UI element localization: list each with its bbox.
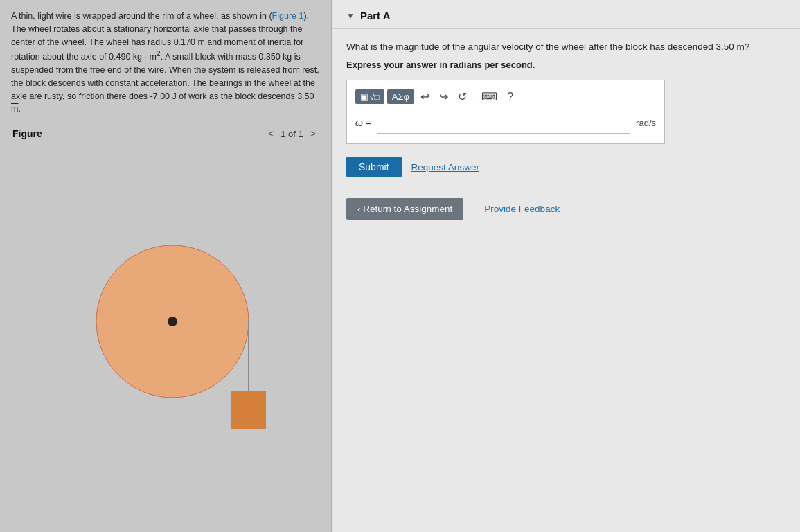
input-row: ω = rad/s xyxy=(355,112,656,134)
return-assignment-button[interactable]: ‹ Return to Assignment xyxy=(346,198,463,220)
right-panel: ▼ Part A What is the magnitude of the an… xyxy=(332,0,800,532)
matrix-button[interactable]: ▣ √□ xyxy=(355,89,384,104)
matrix-icon: ▣ xyxy=(360,91,368,102)
problem-text: A thin, light wire is wrapped around the… xyxy=(0,0,331,123)
reset-button[interactable]: ↺ xyxy=(454,89,470,105)
part-triangle-icon: ▼ xyxy=(346,11,355,21)
help-button[interactable]: ? xyxy=(504,89,517,105)
axle-dot xyxy=(168,317,177,326)
greek-button[interactable]: ΑΣφ xyxy=(387,89,414,104)
figure-title: Figure xyxy=(12,128,42,139)
radical-label: √□ xyxy=(370,92,380,102)
request-answer-button[interactable]: Request Answer xyxy=(411,162,479,172)
figure-next-button[interactable]: > xyxy=(308,127,319,141)
provide-feedback-button[interactable]: Provide Feedback xyxy=(484,204,560,214)
figure-svg xyxy=(62,231,269,439)
omega-label: ω = xyxy=(355,117,371,128)
toolbar-separator: · xyxy=(473,92,475,102)
unit-label: rad/s xyxy=(636,118,656,128)
answer-input[interactable] xyxy=(377,112,630,134)
question-text: What is the magnitude of the angular vel… xyxy=(346,40,786,54)
figure-nav: < 1 of 1 > xyxy=(265,127,319,141)
figure-prev-button[interactable]: < xyxy=(265,127,276,141)
figure-link[interactable]: Figure 1 xyxy=(272,11,304,21)
toolbar: ▣ √□ ΑΣφ ↩ ↪ ↺ · ⌨ ? xyxy=(355,89,656,105)
part-content: What is the magnitude of the angular vel… xyxy=(332,29,800,231)
part-header: ▼ Part A xyxy=(332,0,800,29)
undo-button[interactable]: ↩ xyxy=(417,89,433,105)
left-panel: A thin, light wire is wrapped around the… xyxy=(0,0,332,532)
figure-section: Figure < 1 of 1 > xyxy=(0,123,331,532)
action-row: Submit Request Answer xyxy=(346,157,786,177)
answer-box: ▣ √□ ΑΣφ ↩ ↪ ↺ · ⌨ ? ω = rad/s xyxy=(346,80,665,144)
submit-button[interactable]: Submit xyxy=(346,157,402,177)
part-title: Part A xyxy=(360,10,391,21)
bottom-row: ‹ Return to Assignment Provide Feedback xyxy=(346,198,786,220)
keyboard-button[interactable]: ⌨ xyxy=(478,89,501,105)
figure-page-label: 1 of 1 xyxy=(281,129,303,139)
figure-canvas xyxy=(7,145,324,525)
express-text: Express your answer in radians per secon… xyxy=(346,60,786,70)
redo-button[interactable]: ↪ xyxy=(436,89,452,105)
block-rect xyxy=(231,391,266,429)
figure-header: Figure < 1 of 1 > xyxy=(7,123,324,145)
